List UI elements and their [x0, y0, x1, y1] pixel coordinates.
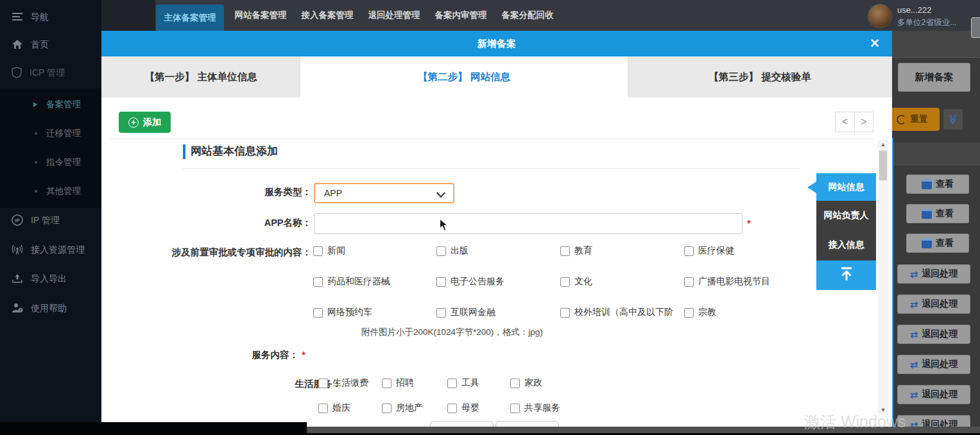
return-process-button[interactable]: ⇄ 退回处理	[897, 294, 970, 314]
loop-arrows-icon: ⇄	[910, 330, 918, 339]
checkbox-icon[interactable]	[684, 308, 694, 318]
expand-button[interactable]: ≫	[943, 109, 963, 130]
checkbox-icon[interactable]	[684, 277, 694, 287]
checkbox-real-estate[interactable]: 房地产	[382, 402, 423, 414]
checkbox-broadcast[interactable]: 广播电影电视节目	[684, 276, 770, 287]
checkbox-news[interactable]: 新闻	[313, 245, 345, 257]
sidebar-item-filing-mgmt[interactable]: 备案管理	[0, 90, 101, 119]
checkbox-icon[interactable]	[560, 246, 570, 256]
svg-text:IP: IP	[15, 218, 20, 223]
card-icon	[922, 209, 932, 219]
checkbox-icon[interactable]	[313, 308, 323, 318]
view-button[interactable]: 查看	[906, 175, 969, 194]
prev-page-button[interactable]: <	[835, 112, 854, 132]
sidebar-item-label: 其他管理	[46, 185, 81, 197]
close-icon[interactable]: ×	[866, 31, 883, 56]
checkbox-icon[interactable]	[510, 404, 520, 413]
anchor-website-info[interactable]: 网站信息	[816, 173, 876, 201]
checkbox-label: 生活缴费	[332, 377, 368, 389]
sidebar-item-nav-toggle[interactable]: 导航	[0, 3, 101, 31]
view-button[interactable]: 查看	[906, 234, 969, 253]
scrollbar-up-icon[interactable]: ▲	[878, 140, 888, 149]
sidebar-item-home[interactable]: 首页	[0, 31, 101, 59]
app-name-input[interactable]	[314, 213, 743, 234]
topnav-tab-internal-review[interactable]: 备案内审管理	[427, 0, 494, 31]
return-process-button[interactable]: ⇄ 退回处理	[897, 385, 970, 404]
topbar: 主体备案管理 网站备案管理 接入备案管理 退回处理管理 备案内审管理 备案分配回…	[101, 0, 980, 31]
collapsed-panel-button[interactable]	[971, 17, 980, 38]
sidebar-item-help[interactable]: ? 使用帮助	[0, 294, 101, 323]
return-process-button[interactable]: ⇄ 退回处理	[897, 264, 970, 284]
checkbox-wedding[interactable]: 婚庆	[318, 402, 350, 414]
topnav-tab-filing-allocation[interactable]: 备案分配回收	[494, 0, 561, 31]
sidebar-item-import-export[interactable]: 导入导出	[0, 265, 101, 293]
checkbox-pharma[interactable]: 药品和医疗器械	[313, 276, 390, 287]
upload-icon	[12, 273, 23, 286]
checkbox-housekeeping[interactable]: 家政	[510, 377, 542, 389]
sidebar-item-directive-mgmt[interactable]: 指令管理	[0, 148, 101, 176]
checkbox-icon[interactable]	[318, 379, 328, 388]
topnav-tab-return-processing[interactable]: 退回处理管理	[361, 0, 427, 31]
checkbox-mother-baby[interactable]: 母婴	[447, 402, 479, 414]
checkbox-off-campus-training[interactable]: 校外培训（高中及以下阶	[560, 307, 673, 318]
chevron-down-icon	[436, 189, 445, 198]
anchor-access-info[interactable]: 接入信息	[816, 230, 876, 260]
checkbox-label: 医疗保健	[698, 245, 734, 257]
scrollbar-track[interactable]	[878, 140, 888, 416]
return-process-button[interactable]: ⇄ 退回处理	[897, 355, 970, 374]
service-type-select[interactable]: APP	[314, 183, 454, 203]
checkbox-culture[interactable]: 文化	[560, 276, 592, 287]
return-process-button[interactable]: ⇄ 退回处理	[897, 325, 970, 344]
tab-step3-submit-verification[interactable]: 【第三步】 提交核验单	[628, 56, 892, 98]
topnav-tab-access-filing[interactable]: 接入备案管理	[294, 0, 361, 31]
sidebar-item-other-mgmt[interactable]: 其他管理	[0, 177, 101, 205]
checkbox-icon[interactable]	[436, 246, 446, 256]
user-avatar[interactable]	[868, 4, 892, 28]
add-filing-button[interactable]: 新增备案	[898, 63, 970, 92]
checkbox-internet-finance[interactable]: 互联网金融	[436, 307, 495, 318]
tab-step2-website-info[interactable]: 【第二步】 网站信息	[300, 56, 628, 98]
tab-step1-subject-info[interactable]: 【第一步】 主体单位信息	[101, 56, 300, 98]
checkbox-healthcare[interactable]: 医疗保健	[684, 245, 734, 257]
sidebar-item-access-resource[interactable]: 接入资源管理	[0, 236, 101, 264]
return-label: 退回处理	[922, 328, 958, 340]
checkbox-icon[interactable]	[313, 277, 323, 287]
attachment-note: 附件图片小于200K(1024字节*200)，格式：jpg)	[361, 327, 543, 338]
checkbox-icon[interactable]	[447, 404, 457, 413]
anchor-website-contact[interactable]: 网站负责人	[816, 201, 876, 230]
checkbox-ride-hailing[interactable]: 网络预约车	[313, 307, 372, 318]
checkbox-icon[interactable]	[447, 379, 457, 388]
add-button[interactable]: + 添加	[119, 112, 171, 133]
topnav-tab-website-filing[interactable]: 网站备案管理	[227, 0, 294, 31]
checkbox-icon[interactable]	[684, 246, 694, 256]
next-page-button[interactable]: >	[854, 112, 873, 132]
scrollbar-thumb[interactable]	[879, 151, 887, 180]
view-button[interactable]: 查看	[906, 204, 969, 223]
checkbox-recruitment[interactable]: 招聘	[382, 377, 414, 389]
checkbox-icon[interactable]	[560, 308, 570, 318]
back-to-top-button[interactable]	[816, 260, 876, 290]
loop-arrows-icon: ⇄	[910, 360, 918, 370]
checkbox-utility-payment[interactable]: 生活缴费	[318, 377, 368, 389]
checkbox-sharing-service[interactable]: 共享服务	[510, 402, 560, 414]
checkbox-religion[interactable]: 宗教	[684, 307, 716, 318]
sidebar-item-label: 导航	[31, 12, 49, 23]
checkbox-education[interactable]: 教育	[560, 245, 592, 257]
bullet-icon	[35, 161, 37, 164]
checkbox-icon[interactable]	[510, 379, 520, 388]
checkbox-icon[interactable]	[318, 404, 328, 413]
sidebar-item-ip-mgmt[interactable]: IP IP 管理	[0, 207, 101, 235]
checkbox-icon[interactable]	[436, 277, 446, 287]
checkbox-tools[interactable]: 工具	[447, 377, 479, 389]
reset-button[interactable]: 重置	[884, 108, 940, 131]
sidebar-item-icp[interactable]: ICP 管理	[0, 59, 101, 87]
checkbox-icon[interactable]	[382, 379, 391, 388]
sidebar-item-migration-mgmt[interactable]: 迁移管理	[0, 119, 101, 148]
checkbox-bbs[interactable]: 电子公告服务	[436, 276, 504, 287]
topnav-tab-subject-filing[interactable]: 主体备案管理	[156, 4, 224, 31]
checkbox-icon[interactable]	[436, 308, 446, 318]
checkbox-publishing[interactable]: 出版	[436, 245, 469, 257]
checkbox-icon[interactable]	[560, 277, 570, 287]
checkbox-icon[interactable]	[382, 404, 391, 413]
checkbox-icon[interactable]	[313, 246, 323, 256]
